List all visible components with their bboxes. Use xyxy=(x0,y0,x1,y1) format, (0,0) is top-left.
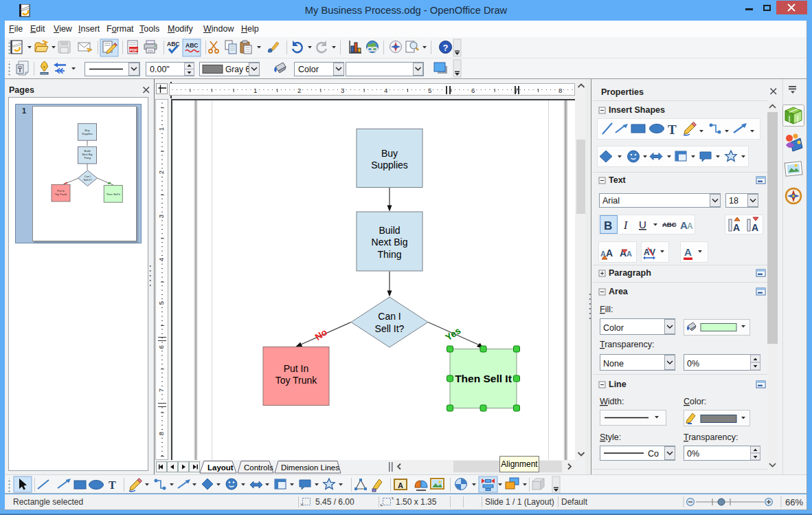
svg-text:A: A xyxy=(684,246,692,258)
svg-text:Transparency:: Transparency: xyxy=(684,432,738,442)
svg-text:Text: Text xyxy=(609,175,627,185)
svg-text:A: A xyxy=(600,250,606,258)
svg-text:0%: 0% xyxy=(687,359,699,369)
svg-text:Area: Area xyxy=(609,287,629,296)
svg-text:ABC: ABC xyxy=(662,221,677,228)
svg-text:Build: Build xyxy=(379,224,400,235)
svg-text:A: A xyxy=(687,221,693,231)
svg-text:T: T xyxy=(668,122,677,137)
svg-text:Layout: Layout xyxy=(207,463,234,472)
svg-text:Arial: Arial xyxy=(602,196,620,206)
svg-text:Sell It?: Sell It? xyxy=(83,178,92,182)
svg-text:Sell It?: Sell It? xyxy=(375,322,405,333)
svg-text:A: A xyxy=(752,222,758,233)
svg-text:Color:: Color: xyxy=(684,397,706,406)
svg-text:A: A xyxy=(680,219,688,231)
svg-text:Toy Trunk: Toy Trunk xyxy=(275,375,318,386)
svg-text:A: A xyxy=(627,250,632,258)
svg-text:No: No xyxy=(313,327,329,342)
svg-text:Toy Trunk: Toy Trunk xyxy=(55,193,67,196)
svg-text:A: A xyxy=(644,248,650,257)
svg-text:PDF: PDF xyxy=(130,48,138,52)
svg-text:A: A xyxy=(733,222,740,233)
svg-text:Then Sell It: Then Sell It xyxy=(106,193,121,196)
svg-text:Supplies: Supplies xyxy=(371,160,408,171)
svg-text:ABC: ABC xyxy=(185,42,198,49)
svg-text:Co: Co xyxy=(648,449,659,459)
svg-text:Width:: Width: xyxy=(600,397,624,406)
svg-text:18: 18 xyxy=(729,196,738,206)
svg-text:?: ? xyxy=(443,43,449,53)
svg-text:Color: Color xyxy=(603,323,624,333)
svg-text:Next Big: Next Big xyxy=(372,237,408,248)
svg-text:Fill:: Fill: xyxy=(600,305,613,314)
svg-text:Controls: Controls xyxy=(244,463,273,472)
svg-text:Supplies: Supplies xyxy=(82,132,92,135)
svg-text:Thing: Thing xyxy=(377,248,401,259)
svg-text:Then Sell It: Then Sell It xyxy=(455,372,512,384)
svg-text:Line: Line xyxy=(609,380,627,389)
svg-text:Thing: Thing xyxy=(84,156,91,160)
svg-text:I: I xyxy=(623,219,628,231)
svg-text:Can I: Can I xyxy=(378,311,401,322)
svg-text:0%: 0% xyxy=(687,449,699,459)
svg-text:T: T xyxy=(109,479,116,491)
svg-text:Transparency:: Transparency: xyxy=(600,340,654,349)
svg-text:0.00": 0.00" xyxy=(150,65,170,74)
svg-text:Insert Shapes: Insert Shapes xyxy=(609,105,665,115)
svg-text:B: B xyxy=(604,219,612,232)
svg-text:Yes: Yes xyxy=(444,325,463,342)
svg-text:A: A xyxy=(606,248,613,259)
svg-text:U: U xyxy=(639,219,646,230)
svg-text:Gray 6: Gray 6 xyxy=(225,65,250,74)
svg-text:Style:: Style: xyxy=(600,432,621,442)
svg-text:Buy: Buy xyxy=(381,147,398,158)
svg-text:V: V xyxy=(650,248,655,257)
svg-text:Put In: Put In xyxy=(284,362,309,373)
svg-text:Dimension Lines: Dimension Lines xyxy=(281,463,339,472)
svg-text:A: A xyxy=(398,481,403,490)
svg-text:Paragraph: Paragraph xyxy=(609,268,651,278)
svg-text:A: A xyxy=(620,248,627,259)
svg-text:None: None xyxy=(603,359,624,369)
svg-text:Color: Color xyxy=(298,65,319,74)
